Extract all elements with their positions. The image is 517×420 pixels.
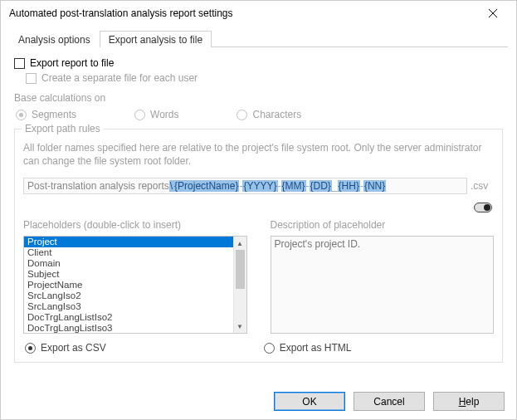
path-ph: {MM} bbox=[281, 180, 306, 192]
radio-words[interactable]: Words bbox=[134, 109, 178, 120]
list-item[interactable]: SrcLangIso3 bbox=[24, 301, 233, 312]
tab-analysis-options[interactable]: Analysis options bbox=[9, 31, 100, 47]
content: Analysis options Export analysis to file… bbox=[1, 26, 516, 366]
export-to-file-checkbox[interactable] bbox=[14, 58, 25, 69]
separate-file-label: Create a separate file for each user bbox=[41, 72, 198, 84]
export-to-file-row: Export report to file bbox=[14, 57, 503, 69]
ok-label: OK bbox=[302, 396, 316, 408]
path-prefix: Post-translation analysis reports bbox=[27, 180, 169, 192]
listbox-scrollbar[interactable]: ▲ ▼ bbox=[233, 237, 246, 333]
separate-file-checkbox[interactable] bbox=[26, 73, 37, 84]
list-item[interactable]: Client bbox=[24, 247, 233, 258]
scroll-thumb[interactable] bbox=[236, 250, 245, 288]
description-col: Description of placeholder Project's pro… bbox=[271, 219, 495, 334]
radio-segments-label: Segments bbox=[32, 109, 76, 120]
radio-dot-icon bbox=[134, 110, 145, 120]
path-ph: {DD} bbox=[310, 180, 332, 192]
dialog: Automated post-translation analysis repo… bbox=[0, 0, 517, 420]
list-item[interactable]: Domain bbox=[24, 258, 233, 269]
close-button[interactable] bbox=[476, 2, 510, 25]
radio-dot-icon bbox=[16, 110, 27, 120]
tab-strip: Analysis options Export analysis to file bbox=[9, 29, 508, 47]
separate-file-row: Create a separate file for each user bbox=[26, 72, 503, 84]
dialog-title: Automated post-translation analysis repo… bbox=[9, 7, 476, 19]
path-ph: {YYYY} bbox=[242, 180, 277, 192]
list-item[interactable]: ProjectName bbox=[24, 280, 233, 291]
placeholders-label: Placeholders (double-click to insert) bbox=[23, 219, 247, 231]
toggle-knob-icon bbox=[484, 204, 490, 211]
export-to-file-label: Export report to file bbox=[30, 57, 114, 69]
radio-characters[interactable]: Characters bbox=[237, 109, 301, 120]
placeholders-col: Placeholders (double-click to insert) Pr… bbox=[23, 219, 247, 334]
cancel-label: Cancel bbox=[373, 396, 404, 408]
placeholders-items: Project Client Domain Subject ProjectNam… bbox=[24, 237, 233, 333]
tab-export-analysis[interactable]: Export analysis to file bbox=[100, 31, 212, 47]
help-label: Help bbox=[459, 396, 480, 408]
placeholder-columns: Placeholders (double-click to insert) Pr… bbox=[23, 219, 494, 334]
export-path-input[interactable]: Post-translation analysis reports\{Proje… bbox=[23, 178, 467, 194]
export-path-help: All folder names specified here are rela… bbox=[23, 141, 494, 168]
ok-button[interactable]: OK bbox=[274, 392, 345, 411]
scroll-down-icon[interactable]: ▼ bbox=[234, 320, 246, 333]
dialog-footer: OK Cancel Help bbox=[274, 392, 505, 411]
radio-export-html[interactable]: Export as HTML bbox=[264, 342, 352, 354]
list-item[interactable]: SrcLangIso2 bbox=[24, 291, 233, 301]
path-ph: {HH} bbox=[338, 180, 360, 192]
radio-segments[interactable]: Segments bbox=[16, 109, 76, 120]
toggle-wrap bbox=[23, 198, 492, 216]
radio-words-label: Words bbox=[150, 109, 178, 120]
close-icon bbox=[489, 9, 497, 17]
titlebar: Automated post-translation analysis repo… bbox=[1, 1, 516, 26]
path-underscore: _ bbox=[332, 180, 338, 192]
radio-dot-icon bbox=[264, 343, 275, 354]
radio-dot-icon bbox=[25, 343, 36, 354]
export-path-ext: .csv bbox=[471, 180, 494, 192]
list-item[interactable]: DocTrgLangListIso2 bbox=[24, 312, 233, 323]
placeholders-listbox[interactable]: Project Client Domain Subject ProjectNam… bbox=[23, 236, 247, 334]
export-path-row: Post-translation analysis reports\{Proje… bbox=[23, 178, 494, 194]
description-box: Project's project ID. bbox=[271, 236, 495, 334]
list-item[interactable]: DocTrgLangListIso3 bbox=[24, 323, 233, 333]
base-calc-label: Base calculations on bbox=[14, 92, 503, 104]
radio-dot-icon bbox=[237, 110, 247, 120]
path-ph: {NN} bbox=[363, 180, 386, 192]
cancel-button[interactable]: Cancel bbox=[354, 392, 425, 411]
radio-export-html-label: Export as HTML bbox=[280, 342, 352, 354]
description-label: Description of placeholder bbox=[271, 219, 495, 231]
radio-export-csv-label: Export as CSV bbox=[41, 342, 106, 354]
export-path-rules-group: Export path rules All folder names speci… bbox=[14, 129, 503, 363]
export-path-rules-legend: Export path rules bbox=[22, 123, 104, 134]
list-item[interactable]: Subject bbox=[24, 269, 233, 280]
path-ph: {ProjectName} bbox=[173, 180, 239, 192]
scroll-up-icon[interactable]: ▲ bbox=[234, 237, 246, 250]
radio-export-csv[interactable]: Export as CSV bbox=[25, 342, 106, 354]
path-toggle[interactable] bbox=[474, 203, 492, 212]
tab-pane-export: Export report to file Create a separate … bbox=[9, 47, 508, 366]
radio-characters-label: Characters bbox=[252, 109, 301, 120]
help-button[interactable]: Help bbox=[433, 392, 505, 411]
base-calc-group: Segments Words Characters bbox=[16, 109, 503, 120]
list-item[interactable]: Project bbox=[24, 237, 233, 247]
export-format-group: Export as CSV Export as HTML bbox=[25, 342, 494, 354]
scroll-track[interactable] bbox=[234, 250, 246, 320]
